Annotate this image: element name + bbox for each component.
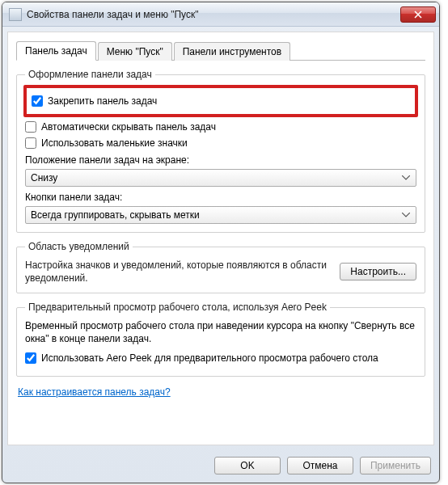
ok-button[interactable]: OK: [214, 457, 281, 474]
label-aero-peek: Использовать Aero Peek для предварительн…: [41, 352, 378, 365]
combo-buttons[interactable]: Всегда группировать, скрывать метки: [25, 206, 416, 224]
checkbox-aero-peek[interactable]: [25, 352, 36, 364]
tab-toolbars[interactable]: Панели инструментов: [174, 42, 290, 61]
checkbox-small-icons[interactable]: [25, 137, 36, 149]
configure-button[interactable]: Настроить...: [340, 263, 416, 280]
app-icon: [9, 8, 22, 21]
close-icon: [414, 11, 422, 19]
notifications-desc: Настройка значков и уведомлений, которые…: [25, 259, 332, 285]
tab-startmenu[interactable]: Меню "Пуск": [98, 42, 172, 61]
label-small-icons: Использовать маленькие значки: [41, 137, 188, 150]
option-autohide[interactable]: Автоматически скрывать панель задач: [25, 120, 416, 133]
window-title: Свойства панели задач и меню "Пуск": [27, 9, 400, 20]
apply-button[interactable]: Применить: [360, 457, 431, 474]
group-aero-peek-legend: Предварительный просмотр рабочего стола,…: [25, 302, 330, 313]
properties-dialog: Свойства панели задач и меню "Пуск" Пане…: [2, 2, 440, 483]
tab-strip: Панель задач Меню "Пуск" Панели инструме…: [16, 40, 425, 61]
chevron-down-icon: [399, 209, 412, 221]
option-small-icons[interactable]: Использовать маленькие значки: [25, 137, 416, 150]
checkbox-lock-taskbar[interactable]: [32, 95, 43, 107]
group-appearance-legend: Оформление панели задач: [25, 69, 155, 80]
cancel-button[interactable]: Отмена: [287, 457, 353, 474]
titlebar[interactable]: Свойства панели задач и меню "Пуск": [2, 2, 439, 27]
checkbox-autohide[interactable]: [25, 121, 36, 133]
option-aero-peek[interactable]: Использовать Aero Peek для предварительн…: [25, 352, 416, 365]
chevron-down-icon: [399, 171, 412, 184]
combo-buttons-value: Всегда группировать, скрывать метки: [31, 209, 200, 221]
label-lock-taskbar: Закрепить панель задач: [48, 95, 157, 108]
combo-position-value: Снизу: [31, 172, 57, 183]
help-link[interactable]: Как настраивается панель задач?: [18, 386, 425, 398]
client-area: Панель задач Меню "Пуск" Панели инструме…: [7, 32, 434, 445]
close-button[interactable]: [400, 6, 436, 23]
combo-position[interactable]: Снизу: [25, 169, 416, 187]
option-lock-taskbar[interactable]: Закрепить панель задач: [32, 95, 410, 108]
group-notifications: Область уведомлений Настройка значков и …: [16, 241, 425, 293]
label-position: Положение панели задач на экране:: [25, 154, 416, 166]
dialog-footer: OK Отмена Применить: [2, 450, 439, 483]
tab-taskbar[interactable]: Панель задач: [16, 41, 96, 61]
aero-peek-desc: Временный просмотр рабочего стола при на…: [25, 319, 416, 345]
highlight-box: Закрепить панель задач: [23, 85, 418, 117]
label-autohide: Автоматически скрывать панель задач: [41, 120, 216, 133]
group-notifications-legend: Область уведомлений: [25, 241, 133, 252]
group-aero-peek: Предварительный просмотр рабочего стола,…: [16, 302, 425, 377]
label-buttons: Кнопки панели задач:: [25, 192, 416, 203]
group-appearance: Оформление панели задач Закрепить панель…: [16, 69, 425, 233]
